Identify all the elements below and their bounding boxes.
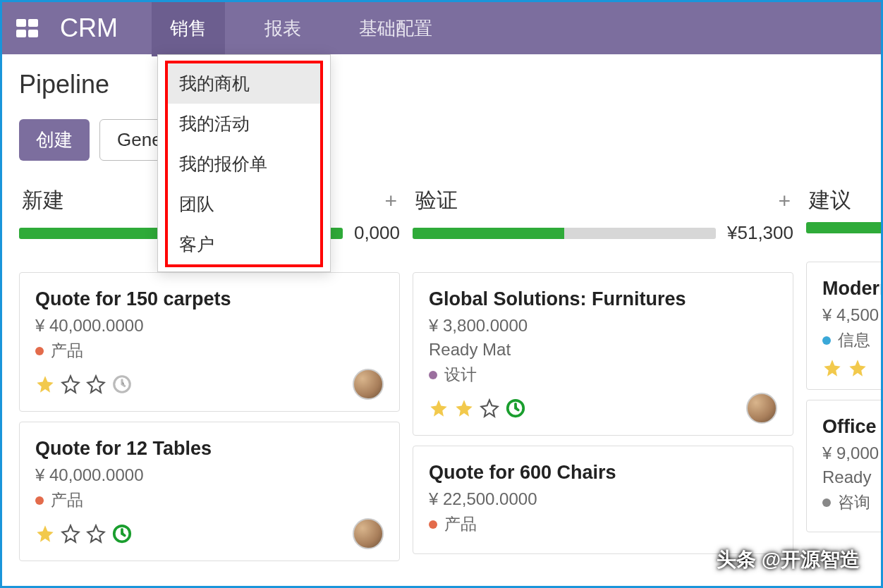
tag-label: 设计 [444, 364, 477, 386]
topbar: CRM 销售 报表 基础配置 [2, 2, 881, 54]
card-title: Global Solutions: Furnitures [429, 288, 777, 310]
card-amount: ¥ 9,000 [822, 443, 883, 463]
column-title: 验证 [415, 186, 458, 215]
tag-label: 产品 [51, 340, 83, 362]
avatar[interactable] [746, 393, 777, 424]
nav-config[interactable]: 基础配置 [341, 1, 451, 56]
tag-label: 咨询 [838, 491, 870, 513]
sales-dropdown: 我的商机 我的活动 我的报价单 团队 客户 [157, 54, 331, 272]
dd-team[interactable]: 团队 [168, 184, 320, 224]
card[interactable]: Quote for 150 carpets ¥ 40,000.0000 产品 [19, 272, 400, 412]
card[interactable]: Global Solutions: Furnitures ¥ 3,800.000… [413, 272, 793, 436]
star-icon[interactable] [86, 524, 106, 544]
card-amount: ¥ 4,500 [822, 305, 883, 325]
tag-dot [429, 520, 437, 529]
avatar[interactable] [353, 518, 384, 549]
add-card-icon[interactable]: + [778, 189, 791, 213]
tag-dot [822, 498, 831, 507]
watermark-text: 头条 @开源智造 [717, 546, 860, 573]
star-icon[interactable] [848, 358, 867, 378]
apps-grid-icon[interactable] [16, 19, 39, 37]
card-subtitle: Ready Mat [429, 340, 777, 360]
star-rating[interactable] [822, 358, 867, 378]
star-icon[interactable] [429, 398, 449, 418]
column-title: 建议 [809, 186, 851, 215]
tag-dot [429, 371, 437, 379]
star-icon[interactable] [86, 374, 106, 394]
app-name: CRM [60, 13, 118, 43]
clock-icon[interactable] [111, 523, 133, 544]
dd-my-quotes[interactable]: 我的报价单 [168, 144, 320, 184]
nav-sales[interactable]: 销售 [152, 1, 225, 56]
star-icon[interactable] [61, 374, 80, 394]
clock-icon[interactable] [505, 398, 526, 419]
card[interactable]: Office I ¥ 9,000 Ready 咨询 [806, 400, 883, 532]
tag-dot [822, 336, 831, 345]
star-rating[interactable] [429, 398, 526, 419]
avatar[interactable] [353, 369, 384, 400]
card-amount: ¥ 22,500.0000 [429, 489, 777, 509]
watermark: 头条 @开源智造 [717, 546, 860, 573]
card-amount: ¥ 3,800.0000 [429, 316, 777, 336]
progress-bar [413, 228, 716, 239]
star-icon[interactable] [454, 398, 474, 418]
column-amount: 0,000 [354, 222, 400, 244]
tag-dot [35, 347, 44, 355]
card[interactable]: Quote for 600 Chairs ¥ 22,500.0000 产品 [413, 446, 793, 554]
create-button[interactable]: 创建 [19, 119, 90, 161]
star-rating[interactable] [35, 374, 133, 395]
tag-label: 产品 [51, 489, 83, 511]
column-validate: 验证 + ¥51,300 Global Solutions: Furniture… [413, 182, 793, 571]
progress-bar [806, 222, 883, 233]
nav-reports[interactable]: 报表 [246, 1, 319, 56]
tag-dot [35, 496, 44, 505]
column-proposal: 建议 Moderr ¥ 4,500 信息 [806, 182, 883, 571]
kanban-board: 新建 + 0,000 Quote for 150 carpets ¥ 40,00… [2, 182, 881, 571]
card-title: Office I [822, 416, 883, 438]
column-title: 新建 [22, 186, 64, 215]
star-icon[interactable] [61, 524, 80, 544]
card-title: Moderr [822, 278, 883, 300]
content: Pipeline 创建 Gener 新建 + 0,000 Quote for 1… [2, 54, 881, 571]
star-rating[interactable] [35, 523, 133, 544]
tag-label: 产品 [444, 513, 477, 535]
card-title: Quote for 600 Chairs [429, 462, 777, 484]
dd-my-activities[interactable]: 我的活动 [168, 104, 320, 144]
card-subtitle: Ready [822, 467, 883, 487]
star-icon[interactable] [822, 358, 842, 378]
card[interactable]: Quote for 12 Tables ¥ 40,000.0000 产品 [19, 422, 400, 561]
page-title: Pipeline [19, 70, 864, 99]
column-amount: ¥51,300 [727, 222, 793, 244]
star-icon[interactable] [35, 374, 55, 394]
dd-customers[interactable]: 客户 [168, 224, 320, 264]
clock-icon[interactable] [111, 374, 133, 395]
card-title: Quote for 150 carpets [35, 288, 384, 310]
card[interactable]: Moderr ¥ 4,500 信息 [806, 262, 883, 390]
card-amount: ¥ 40,000.0000 [35, 316, 384, 336]
card-amount: ¥ 40,000.0000 [35, 465, 384, 485]
tag-label: 信息 [838, 329, 870, 351]
star-icon[interactable] [480, 398, 499, 418]
star-icon[interactable] [35, 524, 55, 544]
dd-my-opportunities[interactable]: 我的商机 [168, 63, 320, 104]
add-card-icon[interactable]: + [384, 189, 397, 213]
card-title: Quote for 12 Tables [35, 438, 384, 460]
